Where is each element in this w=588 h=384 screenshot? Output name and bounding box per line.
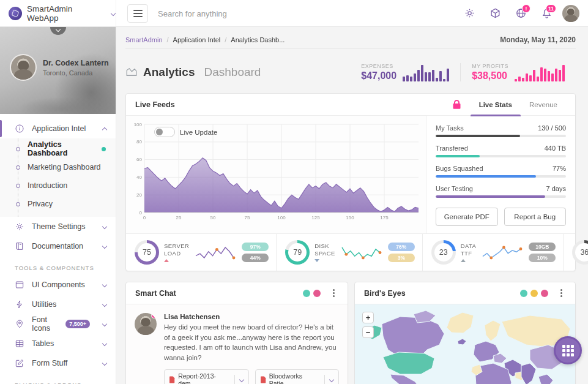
title-row: Analytics Dashboard EXPENSES $47,000 MY … — [125, 59, 576, 86]
progress-bar — [436, 135, 566, 137]
chevron-down-icon — [56, 27, 61, 32]
menu-toggle-button[interactable] — [127, 4, 148, 23]
kebab-menu-icon[interactable] — [329, 288, 338, 298]
map-zoom-out-button[interactable]: − — [362, 326, 374, 338]
expenses-stat: EXPENSES $47,000 — [350, 63, 460, 81]
generate-pdf-button[interactable]: Generate PDF — [436, 208, 498, 226]
panel-dot-yellow[interactable] — [530, 290, 538, 297]
svg-text:0: 0 — [140, 210, 143, 216]
expenses-label: EXPENSES — [361, 63, 396, 69]
panel-dot-teal[interactable] — [303, 290, 310, 297]
chevron-up-icon — [102, 126, 107, 131]
live-stats-pane: My Tasks 130 / 500 Transfered 440 TB Bug… — [426, 116, 575, 233]
live-update-toggle[interactable] — [154, 127, 175, 137]
panel-dot-pink[interactable] — [313, 290, 321, 297]
svg-text:0: 0 — [143, 215, 146, 220]
disk-space-sparkline — [340, 244, 383, 260]
svg-text:100: 100 — [134, 122, 143, 127]
gear-icon — [15, 222, 24, 232]
tab-revenue[interactable]: Revenue — [521, 94, 566, 116]
search-input[interactable] — [158, 9, 341, 18]
chevron-down-icon — [329, 377, 334, 382]
sidebar-item-application-intel[interactable]: Application Intel — [0, 119, 116, 138]
apps-button[interactable] — [485, 4, 505, 23]
sidebar-item-font-icons[interactable]: Font Icons 7,500+ — [0, 314, 116, 334]
profile-avatar[interactable] — [10, 54, 37, 81]
live-feeds-card: Live Feeds Live Stats Revenue Live Updat… — [125, 93, 576, 271]
user-avatar[interactable] — [562, 5, 579, 22]
brand[interactable]: SmartAdmin WebApp — [0, 0, 116, 26]
panel-dot-teal[interactable] — [520, 290, 527, 297]
svg-text:60: 60 — [136, 157, 142, 162]
active-indicator-dot — [102, 147, 106, 151]
top-navbar: SmartAdmin WebApp ! 11 — [0, 0, 588, 27]
breadcrumb-section[interactable]: Application Intel — [173, 36, 221, 43]
sidebar-item-utilities[interactable]: Utilities — [0, 295, 116, 314]
profile-location: Toronto, Canada — [43, 69, 109, 77]
font-icons-count-badge: 7,500+ — [65, 320, 90, 328]
attachment-chip[interactable]: Bloodworks Patie... — [255, 369, 339, 384]
bullet-icon — [16, 165, 20, 170]
kpi-badge: 97% — [242, 243, 269, 251]
section-header-tools: TOOLS & COMPONENTS — [0, 265, 116, 271]
profile-collapse-button[interactable] — [50, 27, 66, 35]
notifications-button[interactable]: 11 — [537, 4, 556, 23]
svg-text:50: 50 — [210, 215, 216, 220]
table-icon — [15, 339, 24, 348]
expenses-bar-sparkline — [403, 63, 449, 81]
sidebar-item-privacy[interactable]: Privacy — [0, 195, 116, 213]
lock-icon — [453, 100, 461, 109]
live-chart-pane: Live Update 0204060801000255075100125150… — [126, 116, 426, 233]
bullet-icon — [16, 147, 20, 151]
attachment-dropdown[interactable] — [234, 375, 248, 384]
world-map[interactable]: + − — [355, 304, 575, 384]
kpi-badge: 76% — [388, 243, 415, 251]
sidebar-item-form-stuff[interactable]: Form Stuff — [0, 353, 116, 373]
kpi-badge: 44% — [242, 254, 269, 262]
profits-label: MY PROFITS — [472, 63, 508, 69]
kpi-disk-space: 79 DISKSPACE 76% 3% — [276, 234, 422, 271]
panel-dot-pink[interactable] — [541, 290, 548, 297]
map-zoom-in-button[interactable]: + — [362, 312, 374, 323]
chat-avatar[interactable] — [135, 313, 157, 335]
live-feeds-header: Live Feeds Live Stats Revenue — [126, 94, 575, 116]
birds-eyes-card: Bird's Eyes + − — [354, 282, 576, 384]
chevron-down-icon — [102, 282, 107, 287]
svg-text:150: 150 — [346, 215, 354, 220]
bullet-icon — [16, 184, 20, 188]
attachment-dropdown[interactable] — [324, 375, 338, 384]
trend-up-icon — [461, 259, 466, 262]
server-load-sparkline — [194, 244, 237, 260]
sidebar-item-marketing-dashboard[interactable]: Marketing Dashboard — [0, 158, 116, 176]
window-icon — [15, 280, 24, 290]
svg-text:80: 80 — [136, 139, 142, 145]
sidebar-item-ui-components[interactable]: UI Components — [0, 275, 116, 295]
sidebar-item-tables[interactable]: Tables — [0, 334, 116, 353]
settings-button[interactable] — [460, 4, 479, 23]
sidebar-profile: Dr. Codex Lantern Toronto, Canada — [0, 27, 116, 114]
stat-bugs-squashed: Bugs Squashed 77% — [436, 165, 566, 178]
gear-icon — [464, 7, 475, 19]
breadcrumb-home[interactable]: SmartAdmin — [125, 36, 163, 43]
search-bar — [158, 8, 460, 19]
profile-name: Dr. Codex Lantern — [43, 59, 109, 67]
sidebar-item-documentation[interactable]: Documentation — [0, 236, 116, 256]
app-shortcuts-button[interactable] — [554, 336, 582, 364]
chevron-down-icon — [239, 377, 244, 382]
sidebar-item-theme-settings[interactable]: Theme Settings — [0, 217, 116, 236]
pdf-file-icon — [169, 376, 175, 383]
live-feeds-tabs: Live Stats Revenue — [453, 94, 566, 116]
bullet-icon — [16, 202, 20, 206]
report-bug-button[interactable]: Report a Bug — [504, 208, 567, 226]
alerts-button[interactable]: ! — [511, 4, 530, 23]
trend-up-icon — [164, 259, 169, 262]
alert-badge: ! — [522, 4, 530, 13]
smart-chat-title: Smart Chat — [135, 289, 176, 298]
kpi-badge: 10% — [529, 254, 556, 262]
sidebar-item-introduction[interactable]: Introduction — [0, 176, 116, 195]
sidebar-item-analytics-dashboard[interactable]: Analytics Dashboard — [0, 140, 116, 158]
tab-live-stats[interactable]: Live Stats — [471, 94, 521, 116]
temp-ring: 36 — [572, 240, 588, 265]
attachment-chip[interactable]: Report-2013-dem... — [164, 369, 249, 384]
kebab-menu-icon[interactable] — [556, 288, 566, 298]
